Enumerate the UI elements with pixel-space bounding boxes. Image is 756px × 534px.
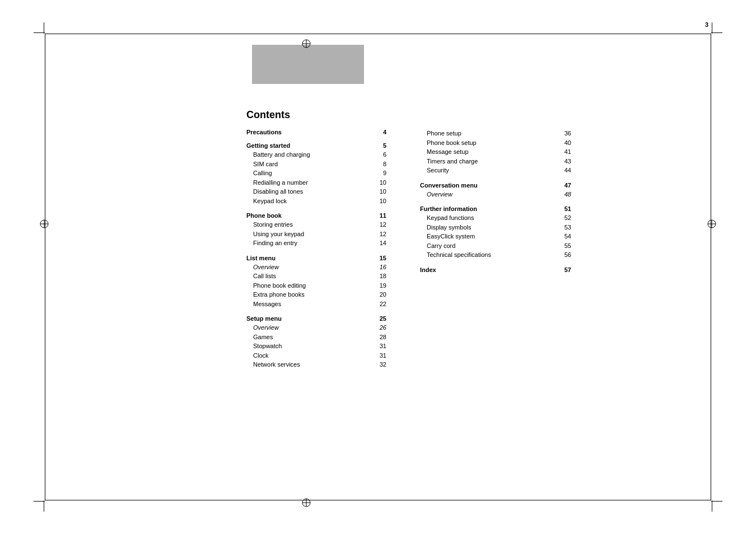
toc-item-label: Stopwatch <box>253 341 375 351</box>
toc-item-page: 40 <box>560 138 571 148</box>
list-item: Storing entries 12 <box>246 220 386 229</box>
toc-item-page: 31 <box>375 351 386 360</box>
toc-item-page: 19 <box>375 281 386 291</box>
toc-heading-precautions: Precautions 4 <box>246 129 386 135</box>
toc-heading-index-label: Index <box>420 266 436 273</box>
list-item: SIM card 8 <box>246 160 386 169</box>
toc-item-page: 54 <box>560 232 571 241</box>
toc-item-label: EasyClick system <box>427 232 560 241</box>
toc-heading-phone-book: Phone book 11 <box>246 212 386 219</box>
toc-heading-getting-started: Getting started 5 <box>246 142 386 149</box>
toc-item-label: Security <box>427 166 560 175</box>
list-item: Security 44 <box>420 166 571 175</box>
toc-section-further-information: Further information 51 Keypad functions … <box>420 205 571 260</box>
list-item: Stopwatch 31 <box>246 341 386 351</box>
list-item: Calling 9 <box>246 168 386 178</box>
list-item: Phone setup 36 <box>420 129 571 138</box>
list-item: Overview 48 <box>420 190 571 199</box>
toc-section-phone-book: Phone book 11 Storing entries 12 Using y… <box>246 212 386 248</box>
toc-item-label: Phone book setup <box>427 138 560 148</box>
margin-corner-bl-h <box>34 501 45 502</box>
toc-item-label: Disabling all tones <box>253 187 375 196</box>
list-item: Display symbols 53 <box>420 223 571 232</box>
list-item: Phone book setup 40 <box>420 138 571 148</box>
toc-item-page: 41 <box>560 147 571 157</box>
toc-heading-conversation-menu-page: 47 <box>564 182 571 189</box>
toc-heading-getting-started-page: 5 <box>383 142 386 149</box>
toc-item-page: 16 <box>375 263 386 272</box>
list-item: Clock 31 <box>246 351 386 360</box>
page-border-bottom <box>45 500 711 500</box>
toc-item-page: 44 <box>560 166 571 175</box>
list-item: Redialling a number 10 <box>246 178 386 188</box>
reg-mark-right <box>706 218 717 229</box>
toc-heading-setup-menu: Setup menu 25 <box>246 315 386 322</box>
list-item: Keypad lock 10 <box>246 196 386 206</box>
toc-item-label: Network services <box>253 360 375 369</box>
toc-item-label: Storing entries <box>253 220 375 229</box>
margin-corner-bl-v <box>44 500 44 512</box>
toc-item-page: 31 <box>375 341 386 351</box>
page-number: 3 <box>705 21 708 28</box>
list-item: Disabling all tones 10 <box>246 187 386 196</box>
toc-heading-further-information-page: 51 <box>564 205 571 212</box>
toc-heading-list-menu-page: 15 <box>380 255 386 261</box>
toc-item-label: Games <box>253 332 375 342</box>
toc-heading-phone-book-label: Phone book <box>246 212 282 219</box>
list-item: Call lists 18 <box>246 271 386 281</box>
toc-section-conversation-menu: Conversation menu 47 Overview 48 <box>420 182 571 199</box>
toc-heading-further-information-label: Further information <box>420 205 477 212</box>
list-item: Keypad functions 52 <box>420 213 571 223</box>
toc-item-label: Keypad functions <box>427 213 560 223</box>
margin-corner-br-h <box>711 501 722 502</box>
toc-item-page: 48 <box>560 190 571 199</box>
margin-corner-tl-h <box>34 32 45 33</box>
toc-item-page: 10 <box>375 196 386 206</box>
toc-item-page: 14 <box>375 238 386 248</box>
toc-item-label: Redialling a number <box>253 178 375 188</box>
toc-item-page: 6 <box>375 150 386 160</box>
list-item: Network services 32 <box>246 360 386 369</box>
toc-item-label: SIM card <box>253 160 375 169</box>
toc-heading-setup-menu-label: Setup menu <box>246 315 282 322</box>
toc-item-label: Keypad lock <box>253 196 375 206</box>
toc-right-column: Phone setup 36 Phone book setup 40 Messa… <box>420 129 571 376</box>
toc-item-page: 26 <box>375 323 386 332</box>
toc-item-label: Finding an entry <box>253 238 375 248</box>
toc-item-label: Display symbols <box>427 223 560 232</box>
list-item: EasyClick system 54 <box>420 232 571 241</box>
toc-section-precautions: Precautions 4 <box>246 129 386 135</box>
toc-heading-list-menu-label: List menu <box>246 255 276 261</box>
header-graphic <box>252 45 364 84</box>
toc-item-label: Overview <box>253 263 375 272</box>
toc-columns: Precautions 4 Getting started 5 Battery … <box>246 129 538 376</box>
toc-item-page: 12 <box>375 229 386 239</box>
toc-item-page: 18 <box>375 271 386 281</box>
toc-item-label: Extra phone books <box>253 290 375 299</box>
toc-item-page: 52 <box>560 213 571 223</box>
page-border-right <box>711 34 711 500</box>
toc-item-label: Messages <box>253 299 375 309</box>
toc-item-page: 22 <box>375 299 386 309</box>
toc-heading-conversation-menu-label: Conversation menu <box>420 182 478 189</box>
toc-item-label: Phone book editing <box>253 281 375 291</box>
list-item: Timers and charge 43 <box>420 157 571 166</box>
list-item: Finding an entry 14 <box>246 238 386 248</box>
toc-section-index: Index 57 <box>420 266 571 273</box>
toc-heading-index: Index 57 <box>420 266 571 273</box>
margin-corner-tr-v <box>712 22 712 34</box>
toc-item-page: 43 <box>560 157 571 166</box>
toc-item-page: 10 <box>375 187 386 196</box>
reg-mark-top <box>301 38 312 49</box>
toc-item-page: 36 <box>560 129 571 138</box>
list-item: Message setup 41 <box>420 147 571 157</box>
toc-item-page: 10 <box>375 178 386 188</box>
toc-item-page: 9 <box>375 168 386 178</box>
toc-item-page: 20 <box>375 290 386 299</box>
toc-item-label: Call lists <box>253 271 375 281</box>
toc-item-label: Using your keypad <box>253 229 375 239</box>
toc-item-page: 28 <box>375 332 386 342</box>
reg-mark-left <box>39 218 50 229</box>
toc-item-label: Phone setup <box>427 129 560 138</box>
toc-heading-setup-menu-page: 25 <box>380 315 386 322</box>
